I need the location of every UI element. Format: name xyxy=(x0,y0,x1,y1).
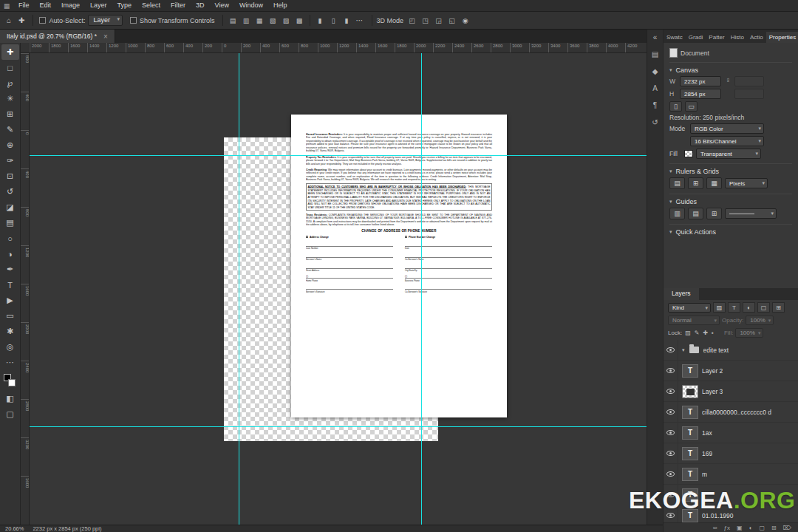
ruler-units-dropdown[interactable]: Pixels xyxy=(725,178,768,188)
menu-item-window[interactable]: Window xyxy=(234,0,268,11)
lasso-tool-icon[interactable]: ℘ xyxy=(1,75,19,91)
3d-mode-icon-4[interactable]: ◉ xyxy=(460,16,471,26)
libraries-panel-icon[interactable]: ◆ xyxy=(652,67,658,76)
canvas-fill-dropdown[interactable]: Transparent xyxy=(696,149,761,159)
zoom-tool-icon[interactable]: ◎ xyxy=(1,339,19,355)
menu-item-file[interactable]: File xyxy=(13,0,35,11)
menu-item-filter[interactable]: Filter xyxy=(166,0,191,11)
layer-filter-icon-0[interactable]: ▨ xyxy=(713,302,726,313)
guide-horizontal-2[interactable] xyxy=(30,426,647,427)
color-mode-dropdown[interactable]: RGB Color xyxy=(690,123,764,134)
3d-mode-icon-2[interactable]: ◲ xyxy=(433,16,444,26)
history-brush-tool-icon[interactable]: ↺ xyxy=(1,184,19,200)
move-tool-icon[interactable]: ✚ xyxy=(1,44,19,60)
distribute-icon-1[interactable]: ▯ xyxy=(328,16,339,26)
lock-icon-0[interactable]: ▨ xyxy=(684,330,692,336)
layers-footer-icon-2[interactable]: ▣ xyxy=(737,525,743,531)
canvas-section-header[interactable]: ▾ Canvas xyxy=(669,62,792,74)
align-icon-1[interactable]: ▥ xyxy=(241,16,252,26)
horizontal-ruler[interactable]: 2000180016001400120010008006004002000200… xyxy=(30,43,647,53)
distribute-icon-0[interactable]: ▮ xyxy=(315,16,326,26)
more-options-icon[interactable]: ⋯ xyxy=(352,15,367,26)
layer-filter-kind-dropdown[interactable]: Kind xyxy=(668,303,711,313)
layer-filter-icon-1[interactable]: T xyxy=(728,302,740,313)
guides-icon-2[interactable]: ⊞ xyxy=(706,208,722,219)
history-panel-icon[interactable]: ↺ xyxy=(652,118,658,127)
path-selection-tool-icon[interactable]: ▶ xyxy=(1,293,19,308)
visibility-toggle[interactable] xyxy=(664,340,678,360)
layers-footer-icon-0[interactable]: ∞ xyxy=(713,525,717,531)
gradient-tool-icon[interactable]: ▤ xyxy=(1,215,19,231)
rulers-grids-icon-2[interactable]: ▦ xyxy=(706,177,722,189)
visibility-toggle[interactable] xyxy=(664,381,678,401)
collapse-panels-icon[interactable]: « xyxy=(653,33,658,42)
menu-item-help[interactable]: Help xyxy=(268,0,293,11)
edit-toolbar-icon[interactable]: ⋯ xyxy=(1,355,19,370)
layers-footer-icon-6[interactable]: ⌦ xyxy=(783,525,791,531)
3d-mode-icon-1[interactable]: ◳ xyxy=(420,16,431,26)
menu-item-edit[interactable]: Edit xyxy=(35,0,57,11)
quick-mask-icon[interactable]: ◧ xyxy=(1,391,19,406)
blend-mode-dropdown[interactable]: Normal xyxy=(668,316,720,325)
clone-stamp-tool-icon[interactable]: ⊡ xyxy=(1,168,19,184)
eraser-tool-icon[interactable]: ◪ xyxy=(1,200,19,215)
rulers-grids-section-header[interactable]: ▾ Rulers & Grids xyxy=(669,163,792,175)
align-icon-2[interactable]: ▦ xyxy=(254,16,265,26)
guides-section-header[interactable]: ▾ Guides xyxy=(669,194,792,205)
guides-icon-1[interactable]: ▤ xyxy=(688,208,703,219)
color-swatches[interactable] xyxy=(1,373,19,389)
character-panel-icon[interactable]: A xyxy=(652,84,658,93)
visibility-toggle[interactable] xyxy=(664,443,678,463)
lock-icon-3[interactable]: ▪ xyxy=(711,330,715,336)
visibility-toggle[interactable] xyxy=(664,464,678,484)
visibility-toggle[interactable] xyxy=(664,402,678,422)
height-field[interactable]: 2854 px xyxy=(680,89,721,99)
layer-filter-icon-2[interactable]: ◐ xyxy=(743,302,755,313)
layer-filter-icon-3[interactable]: ▢ xyxy=(757,302,770,313)
panel-tab-patter[interactable]: Patter xyxy=(706,32,727,43)
canvas-area[interactable]: Hazard Insurance Reminders: It is your r… xyxy=(30,53,647,525)
visibility-toggle[interactable] xyxy=(664,423,678,443)
dodge-tool-icon[interactable]: ◑ xyxy=(1,246,19,262)
layer-row[interactable]: ▾edite text xyxy=(664,340,798,361)
home-icon[interactable]: ⌂ xyxy=(3,15,15,26)
auto-select-checkbox[interactable] xyxy=(39,17,46,24)
document-tab[interactable]: Italy id.psd @ 20.7% (RGB/16) * × xyxy=(0,30,115,43)
3d-mode-icon-0[interactable]: ◰ xyxy=(406,16,417,26)
menu-item-3d[interactable]: 3D xyxy=(191,0,210,11)
background-color-swatch[interactable] xyxy=(8,379,16,386)
panel-tab-histo[interactable]: Histo xyxy=(728,32,747,43)
rulers-grids-icon-0[interactable]: ▤ xyxy=(669,177,685,189)
eyedropper-tool-icon[interactable]: ✎ xyxy=(1,122,19,137)
width-field[interactable]: 2232 px xyxy=(680,76,721,86)
shape-tool-icon[interactable]: ▭ xyxy=(1,308,19,324)
quick-selection-tool-icon[interactable]: ✳ xyxy=(1,91,19,106)
crop-tool-icon[interactable]: ⊞ xyxy=(1,106,19,122)
lock-icon-1[interactable]: ✎ xyxy=(694,330,700,336)
menu-item-type[interactable]: Type xyxy=(112,0,137,11)
orientation-icon-1[interactable]: ▭ xyxy=(685,101,698,112)
blur-tool-icon[interactable]: ○ xyxy=(1,231,19,246)
ruler-origin-corner[interactable] xyxy=(21,43,30,53)
vertical-ruler[interactable]: 8004000400800120016002000240028003200360… xyxy=(21,53,30,525)
layer-row[interactable]: Tm xyxy=(664,464,798,485)
close-tab-icon[interactable]: × xyxy=(103,33,108,41)
layer-row[interactable]: Layer 3 xyxy=(664,381,798,402)
visibility-toggle[interactable] xyxy=(664,361,678,381)
zoom-level[interactable]: 20.66% xyxy=(5,525,24,532)
3d-mode-icon-3[interactable]: ◱ xyxy=(446,16,457,26)
active-tool-icon[interactable]: ✚ xyxy=(15,15,28,26)
menu-item-layer[interactable]: Layer xyxy=(85,0,112,11)
guides-icon-0[interactable]: ▥ xyxy=(669,208,685,219)
distribute-icon-2[interactable]: ▮ xyxy=(341,16,352,26)
layers-footer-icon-5[interactable]: ⊞ xyxy=(771,525,777,531)
orientation-icon-0[interactable]: ▯ xyxy=(669,101,682,112)
brush-tool-icon[interactable]: ✑ xyxy=(1,153,19,168)
menu-item-select[interactable]: Select xyxy=(137,0,166,11)
layer-row[interactable]: Tcilla0000000..ccccccc0 d xyxy=(664,402,798,423)
paragraph-panel-icon[interactable]: ¶ xyxy=(653,101,657,110)
rulers-grids-icon-1[interactable]: ⊞ xyxy=(688,177,703,189)
screen-mode-icon[interactable]: ▢ xyxy=(1,406,19,422)
opacity-field[interactable]: 100% xyxy=(746,316,774,325)
menu-item-view[interactable]: View xyxy=(210,0,234,11)
